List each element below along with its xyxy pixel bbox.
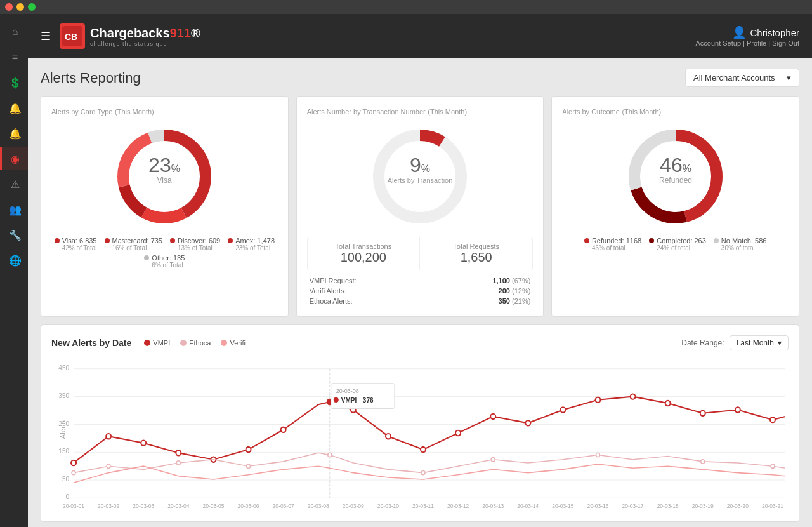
svg-text:0: 0 bbox=[65, 493, 69, 500]
ethoca-dot bbox=[180, 340, 187, 346]
legend-completed: Completed: 263 24% of total bbox=[649, 237, 706, 251]
card-right-legend: Refunded: 1168 46% of total Completed: 2… bbox=[562, 237, 789, 251]
sidebar-item-tools[interactable]: 🔧 bbox=[0, 223, 28, 246]
tooltip-value: 376 bbox=[363, 397, 374, 404]
svg-text:450: 450 bbox=[58, 364, 69, 371]
ethoca-point bbox=[596, 453, 599, 457]
svg-text:20-03-13: 20-03-13 bbox=[482, 503, 504, 509]
card-transaction-number: Alerts Number by Transaction Number (Thi… bbox=[296, 96, 544, 317]
alert-row-verifi: Verifi Alerts: 200 (12%) bbox=[307, 286, 534, 296]
minimize-button[interactable] bbox=[16, 3, 24, 11]
tooltip-date: 20-03-08 bbox=[336, 388, 359, 394]
stat-total-transactions: Total Transactions 100,200 bbox=[308, 237, 420, 270]
account-setup-link[interactable]: Account Setup bbox=[695, 39, 741, 47]
svg-text:20-03-10: 20-03-10 bbox=[377, 503, 399, 509]
maximize-button[interactable] bbox=[28, 3, 36, 11]
legend-other: Other: 135 6% of Total bbox=[144, 254, 185, 269]
vmpi-point bbox=[176, 450, 181, 455]
vmpi-point bbox=[281, 427, 286, 432]
merchant-select[interactable]: All Merchant Accounts ▾ bbox=[685, 69, 799, 87]
svg-text:20-03-07: 20-03-07 bbox=[273, 503, 294, 509]
pie-icon: ◉ bbox=[11, 153, 20, 165]
svg-text:20-03-18: 20-03-18 bbox=[657, 503, 679, 509]
profile-link[interactable]: Profile bbox=[747, 39, 766, 47]
chart-card: New Alerts by Date VMPI Ethoca bbox=[41, 324, 799, 522]
vmpi-point bbox=[71, 460, 76, 465]
svg-text:20-03-01: 20-03-01 bbox=[63, 503, 84, 509]
legend-refunded: Refunded: 1168 46% of total bbox=[584, 237, 641, 251]
visa-dot bbox=[55, 238, 60, 243]
warning-icon: ⚠ bbox=[11, 178, 20, 190]
donut-transaction: 9% Alerts by Transaction bbox=[307, 123, 534, 230]
card-left-title: Alerts by Card Type (This Month) bbox=[51, 107, 278, 116]
verifi-dot bbox=[221, 340, 227, 346]
tooltip-label: VMPI bbox=[341, 397, 357, 404]
svg-text:Alerts by Transaction: Alerts by Transaction bbox=[388, 177, 453, 184]
chart-header: New Alerts by Date VMPI Ethoca bbox=[51, 335, 789, 350]
card-left-legend: Visa: 6,835 42% of Total Mastercard: 735… bbox=[51, 237, 278, 269]
svg-text:9%: 9% bbox=[410, 154, 430, 177]
svg-text:20-03-08: 20-03-08 bbox=[308, 503, 329, 509]
legend-no-match: No Match: 586 30% of total bbox=[714, 237, 767, 251]
topbar: ☰ CB Chargebacks911® challenge the statu… bbox=[28, 14, 812, 58]
ethoca-point bbox=[771, 464, 775, 468]
svg-text:20-03-05: 20-03-05 bbox=[202, 503, 224, 509]
donut-svg-right: 46% Refunded bbox=[622, 123, 730, 230]
discover-dot bbox=[170, 238, 175, 243]
logo-tagline: challenge the status quo bbox=[90, 41, 200, 47]
titlebar bbox=[0, 0, 812, 14]
card-card-type: Alerts by Card Type (This Month) bbox=[41, 96, 289, 317]
window-controls bbox=[5, 3, 36, 11]
sidebar-item-alerts1[interactable]: 🔔 bbox=[0, 97, 28, 119]
sidebar-item-home[interactable]: ⌂ bbox=[0, 20, 28, 43]
vmpi-point bbox=[560, 407, 565, 412]
legend-verifi: Verifi bbox=[221, 339, 245, 347]
sidebar-item-users[interactable]: 👥 bbox=[0, 198, 28, 221]
sidebar: ⌂ ≡ 💲 🔔 🔔 ◉ ⚠ 👥 🔧 🌐 bbox=[0, 14, 28, 527]
vmpi-point bbox=[631, 394, 636, 399]
users-icon: 👥 bbox=[9, 204, 22, 216]
vmpi-point bbox=[141, 440, 146, 445]
cards-row: Alerts by Card Type (This Month) bbox=[41, 96, 799, 317]
vmpi-point bbox=[421, 447, 426, 452]
refunded-dot bbox=[584, 238, 589, 243]
vmpi-dot bbox=[144, 340, 150, 346]
sidebar-item-alerts2[interactable]: 🔔 bbox=[0, 122, 28, 145]
svg-text:50: 50 bbox=[62, 476, 69, 483]
svg-text:20-03-11: 20-03-11 bbox=[412, 503, 434, 509]
close-button[interactable] bbox=[5, 3, 13, 11]
donut-chart-left: 23% Visa bbox=[110, 123, 218, 230]
sidebar-item-warning[interactable]: ⚠ bbox=[0, 173, 28, 196]
svg-text:20-03-04: 20-03-04 bbox=[167, 503, 189, 509]
alert-row-ethoca: Ethoca Alerts: 350 (21%) bbox=[307, 296, 534, 306]
ethoca-point bbox=[107, 464, 110, 468]
tooltip-dot bbox=[334, 397, 339, 403]
ethoca-point bbox=[491, 458, 495, 462]
date-range-select[interactable]: Last Month ▾ bbox=[730, 335, 789, 350]
menu-toggle[interactable]: ☰ bbox=[41, 29, 51, 43]
completed-dot bbox=[649, 238, 654, 243]
svg-text:20-03-12: 20-03-12 bbox=[447, 503, 469, 509]
vmpi-point bbox=[386, 434, 391, 439]
card-right-title: Alerts by Outcome (This Month) bbox=[562, 107, 789, 116]
sidebar-item-finance[interactable]: 💲 bbox=[0, 71, 28, 94]
sidebar-item-reports[interactable]: ◉ bbox=[0, 147, 28, 170]
chevron-down-icon-chart: ▾ bbox=[778, 338, 782, 347]
donut-card-type: 23% Visa bbox=[51, 123, 278, 230]
alert-row-vmpi: VMPI Request: 1,100 (67%) bbox=[307, 276, 534, 286]
card-mid-title: Alerts Number by Transaction Number (Thi… bbox=[307, 107, 534, 116]
ethoca-point bbox=[247, 464, 251, 468]
sidebar-item-settings[interactable]: ≡ bbox=[0, 46, 28, 69]
no-match-dot bbox=[714, 238, 719, 243]
ethoca-point bbox=[421, 470, 425, 474]
ethoca-point bbox=[176, 461, 180, 465]
sign-out-link[interactable]: Sign Out bbox=[772, 39, 799, 47]
bell-icon-1: 🔔 bbox=[9, 102, 22, 114]
alert-rows: VMPI Request: 1,100 (67%) Verifi Alerts:… bbox=[307, 276, 534, 306]
svg-text:Refunded: Refunded bbox=[659, 176, 692, 185]
sidebar-item-globe[interactable]: 🌐 bbox=[0, 249, 28, 272]
globe-icon: 🌐 bbox=[9, 255, 22, 267]
donut-svg-left: 23% Visa bbox=[110, 123, 218, 230]
vmpi-point bbox=[665, 401, 671, 406]
legend-visa: Visa: 6,835 42% of Total bbox=[55, 237, 97, 251]
